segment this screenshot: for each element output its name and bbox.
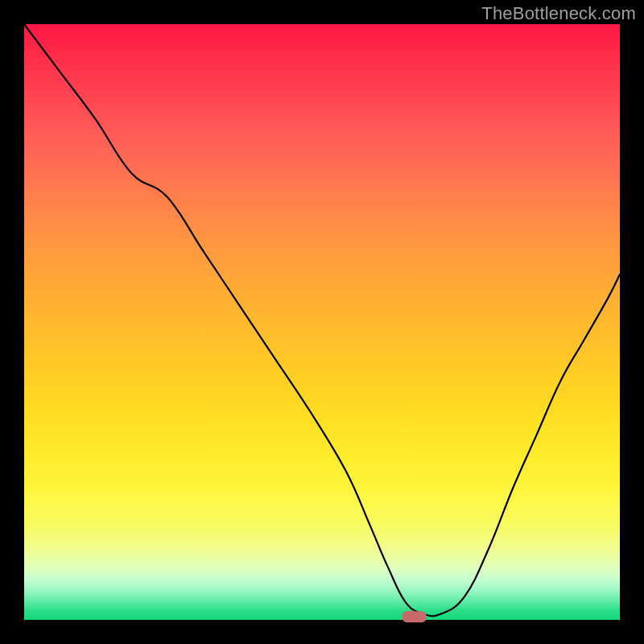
watermark-text: TheBottleneck.com <box>481 3 636 24</box>
plot-area <box>24 24 620 620</box>
bottleneck-curve-line <box>24 24 620 616</box>
chart-frame: TheBottleneck.com <box>0 0 644 644</box>
plot-svg <box>24 24 620 620</box>
optimal-marker <box>402 611 427 622</box>
